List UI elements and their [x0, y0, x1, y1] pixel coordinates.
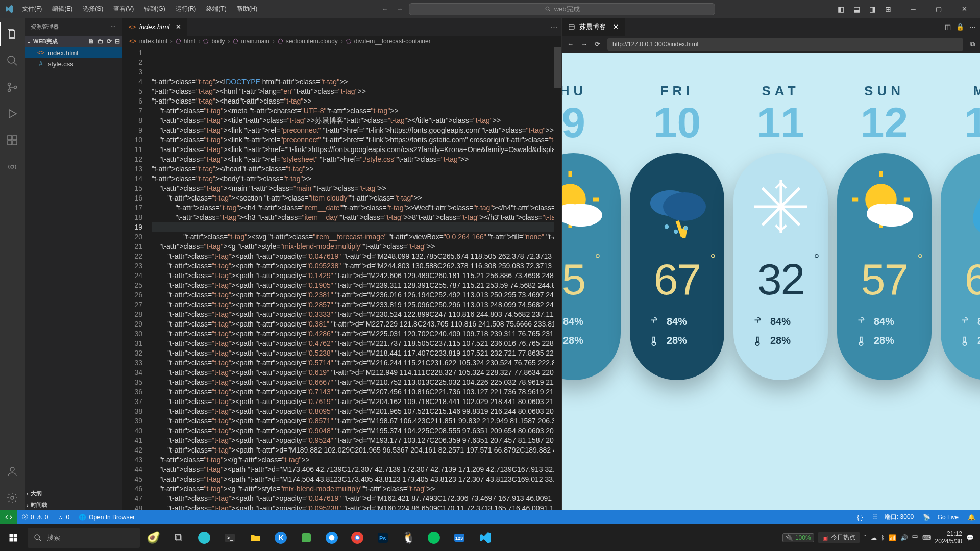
- svg-point-4: [8, 83, 11, 86]
- tray-cloud-icon[interactable]: ☁: [871, 534, 877, 541]
- activity-live-icon[interactable]: [0, 155, 24, 179]
- activity-settings-icon[interactable]: [0, 486, 24, 510]
- app-qqbrowser[interactable]: [320, 525, 344, 550]
- taskbar-clock[interactable]: 21:12 2024/5/30: [935, 530, 962, 545]
- activity-scm-icon[interactable]: [0, 75, 24, 99]
- more-actions-icon[interactable]: ⋯: [551, 23, 557, 31]
- code-editor[interactable]: 1234567891011121314151617181920212223242…: [122, 47, 561, 510]
- precip-stat: 84%: [648, 316, 706, 328]
- weather-card: SAT 11 32° 84% 28%: [733, 83, 828, 380]
- layout-bottom-icon[interactable]: ⬓: [850, 3, 863, 15]
- new-folder-icon[interactable]: 🗀: [97, 38, 104, 45]
- browser-fwd-icon[interactable]: →: [581, 40, 587, 48]
- close-icon[interactable]: ✕: [613, 23, 619, 31]
- url-bar[interactable]: http://127.0.0.1:3000/index.html: [607, 38, 963, 51]
- file-index-html[interactable]: <> index.html: [24, 47, 122, 58]
- spaces-indicator[interactable]: { }: [852, 510, 867, 524]
- browser-back-icon[interactable]: ←: [567, 40, 574, 48]
- app-vscode[interactable]: [473, 525, 497, 550]
- activity-debug-icon[interactable]: [0, 102, 24, 126]
- tab-index-html[interactable]: <> index.html ✕: [122, 18, 188, 36]
- svg-rect-14: [569, 24, 575, 29]
- app-edge[interactable]: [192, 525, 216, 550]
- more-icon[interactable]: ⋯: [969, 23, 976, 31]
- tray-keyboard-icon[interactable]: ⌨: [922, 534, 931, 541]
- remote-indicator[interactable]: [0, 510, 17, 524]
- layout-left-icon[interactable]: ◧: [835, 3, 847, 15]
- activity-extensions-icon[interactable]: [0, 128, 24, 153]
- browser-reload-icon[interactable]: ⟳: [595, 40, 600, 48]
- open-external-icon[interactable]: ⧉: [970, 40, 975, 48]
- folder-header[interactable]: ⌄ WEB完成 🗎 🗀 ⟳ ⊟: [24, 36, 122, 47]
- problems-indicator[interactable]: ⓧ0 ⚠0: [17, 510, 53, 524]
- minimap-thumb[interactable]: [554, 47, 561, 88]
- close-icon[interactable]: ✕: [176, 23, 181, 31]
- nav-back-icon[interactable]: ←: [381, 5, 388, 13]
- app-qq[interactable]: 🐧: [396, 525, 421, 550]
- battery-indicator[interactable]: 🔌100%: [782, 533, 814, 542]
- command-center[interactable]: web完成: [409, 3, 715, 15]
- nav-fwd-icon[interactable]: →: [396, 5, 403, 13]
- weather-card: MO 13 63° 8 2: [941, 83, 980, 380]
- hot-news[interactable]: ▣今日热点: [818, 532, 860, 543]
- sidebar-more-icon[interactable]: ⋯: [110, 23, 116, 30]
- code-body[interactable]: "t-attr">class="t-tag"><!DOCTYPE html"t-…: [152, 47, 561, 510]
- activity-search-icon[interactable]: [0, 48, 24, 73]
- app-photoshop[interactable]: Ps: [371, 525, 395, 550]
- collapse-icon[interactable]: ⊟: [115, 38, 120, 45]
- window-close[interactable]: ✕: [952, 0, 976, 18]
- outline-section[interactable]: ›大纲: [24, 488, 122, 499]
- minimap[interactable]: [554, 47, 561, 510]
- humidity-stat: 28%: [648, 335, 706, 346]
- tray-wifi-icon[interactable]: 📶: [889, 534, 896, 541]
- app-kugou[interactable]: K: [268, 525, 293, 550]
- tray-up-icon[interactable]: ˄: [864, 534, 867, 541]
- menu-terminal[interactable]: 终端(T): [202, 3, 231, 15]
- go-live[interactable]: 📡 Go Live: [918, 510, 963, 524]
- menu-view[interactable]: 查看(V): [109, 3, 138, 15]
- menu-goto[interactable]: 转到(G): [139, 3, 169, 15]
- layout-right-icon[interactable]: ◨: [866, 3, 879, 15]
- notifications-icon[interactable]: 🔔: [963, 510, 980, 524]
- svg-point-13: [11, 496, 14, 499]
- open-in-browser[interactable]: 🌐Open In Browser: [74, 510, 139, 524]
- menu-file[interactable]: 文件(F): [17, 3, 46, 15]
- start-button[interactable]: [1, 524, 26, 551]
- port-indicator[interactable]: ☵ 端口: 3000: [868, 510, 919, 524]
- refresh-icon[interactable]: ⟳: [107, 38, 112, 45]
- window-minimize[interactable]: ─: [901, 0, 925, 18]
- tray-ime[interactable]: 中: [912, 533, 918, 542]
- window-maximize[interactable]: ▢: [927, 0, 950, 18]
- ports-indicator[interactable]: ⛬0: [53, 510, 74, 524]
- activity-explorer-icon[interactable]: [0, 22, 24, 46]
- preview-tab[interactable]: 苏晨博客 ✕: [562, 18, 625, 36]
- app-avocado[interactable]: 🥑: [141, 525, 165, 550]
- tray-sound-icon[interactable]: 🔊: [900, 534, 908, 541]
- split-icon[interactable]: ◫: [945, 23, 951, 31]
- breadcrumbs[interactable]: <> index.html› ⬠html› ⬠body› ⬠main.main›…: [122, 36, 561, 47]
- app-chrome[interactable]: [345, 525, 370, 550]
- weather-icon: [846, 168, 923, 245]
- menu-select[interactable]: 选择(S): [78, 3, 108, 15]
- app-files[interactable]: [243, 525, 267, 550]
- timeline-section[interactable]: ›时间线: [24, 499, 122, 510]
- menu-help[interactable]: 帮助(H): [232, 3, 262, 15]
- app-green[interactable]: [294, 525, 318, 550]
- app-terminal[interactable]: >_: [217, 525, 242, 550]
- humidity-stat: 28%: [752, 335, 810, 346]
- action-center-icon[interactable]: 💬: [966, 534, 974, 541]
- activity-account-icon[interactable]: [0, 459, 24, 484]
- layout-grid-icon[interactable]: ⊞: [882, 3, 894, 15]
- app-taskview[interactable]: ⧉: [166, 525, 191, 550]
- menu-run[interactable]: 运行(R): [171, 3, 201, 15]
- new-file-icon[interactable]: 🗎: [88, 38, 94, 45]
- lock-icon[interactable]: 🔒: [956, 23, 964, 31]
- app-123[interactable]: 123: [447, 525, 472, 550]
- svg-point-26: [663, 192, 706, 221]
- tray-bt-icon[interactable]: ᛒ: [881, 534, 885, 541]
- taskbar-search[interactable]: 搜索: [28, 528, 140, 548]
- app-wechat[interactable]: [422, 525, 446, 550]
- day-number: 11: [757, 101, 804, 144]
- file-style-css[interactable]: # style.css: [24, 58, 122, 69]
- menu-edit[interactable]: 编辑(E): [47, 3, 77, 15]
